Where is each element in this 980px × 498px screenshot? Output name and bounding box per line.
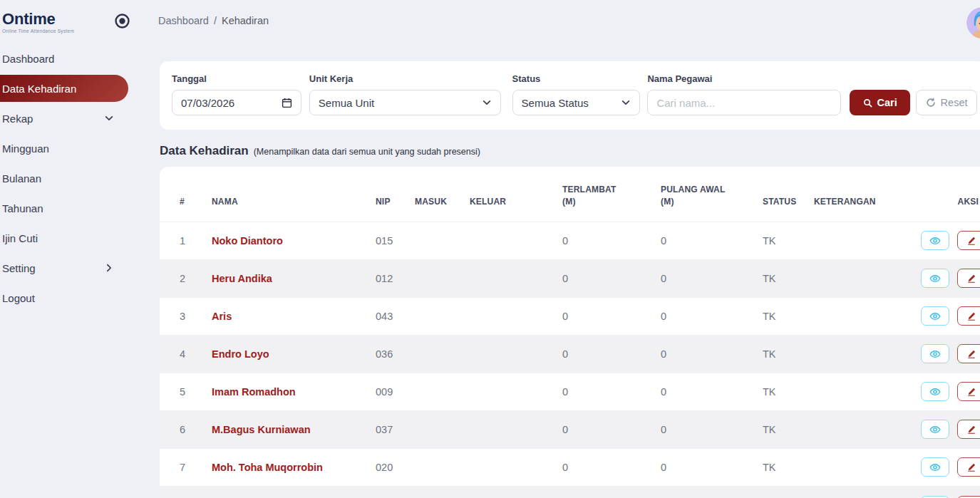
page-title: Data Kehadiran [160, 144, 249, 158]
col-nama: NAMA [212, 167, 376, 222]
edit-button[interactable] [957, 496, 980, 498]
avatar-image [966, 7, 980, 38]
row-nip: 012 [376, 259, 415, 297]
employee-name-link[interactable]: Heru Andika [212, 273, 272, 284]
view-button[interactable] [921, 344, 949, 363]
row-pulang-awal: 0 [661, 335, 763, 373]
unit-kerja-select[interactable]: Semua Unit [309, 90, 501, 115]
sidebar-item-mingguan[interactable]: Mingguan [0, 133, 158, 163]
row-pulang-awal: 0 [661, 373, 763, 410]
row-masuk [415, 259, 470, 297]
row-nip: 020 [376, 448, 415, 486]
row-status: TK [763, 486, 814, 498]
pencil-icon [966, 349, 976, 359]
view-button[interactable] [921, 306, 949, 326]
row-pulang-awal: 0 [661, 486, 763, 498]
sidebar-item-setting[interactable]: Setting [0, 253, 158, 283]
sidebar-item-tahunan[interactable]: Tahunan [0, 193, 158, 223]
employee-name-link[interactable]: Noko Diantoro [212, 235, 283, 247]
app-logo-name: Ontime [2, 10, 158, 28]
row-keterangan [814, 259, 921, 297]
col-keterangan: KETERANGAN [814, 167, 921, 222]
view-button[interactable] [921, 382, 949, 401]
row-terlambat: 0 [562, 486, 661, 498]
row-number: 5 [160, 373, 212, 410]
row-nip: 023 [376, 486, 415, 498]
filter-nama-pegawai: Nama Pegawai [647, 73, 841, 115]
view-button[interactable] [921, 457, 949, 477]
sidebar-item-rekap[interactable]: Rekap [0, 103, 158, 133]
edit-button[interactable] [957, 457, 980, 477]
breadcrumb-separator: / [214, 15, 217, 26]
nama-pegawai-input[interactable] [647, 90, 841, 115]
refresh-icon [926, 98, 936, 108]
row-masuk [415, 335, 470, 373]
edit-button[interactable] [957, 306, 980, 326]
edit-button[interactable] [957, 420, 980, 439]
row-keterangan [814, 222, 921, 259]
employee-name-link[interactable]: Aris [212, 311, 232, 322]
sidebar-item-logout[interactable]: Logout [0, 283, 158, 313]
page-subtitle: (Menampilkan data dari semua unit yang s… [254, 147, 480, 157]
user-avatar[interactable] [966, 7, 980, 38]
chevron-down-icon [482, 98, 492, 108]
view-button[interactable] [921, 269, 949, 288]
table-row: 3 Aris 043 0 0 TK [160, 297, 980, 335]
cari-button-label: Cari [877, 97, 897, 108]
sidebar-item-label: Bulanan [2, 172, 41, 185]
employee-name-link[interactable]: Imam Romadhon [212, 386, 296, 398]
employee-name-link[interactable]: M.Bagus Kurniawan [212, 424, 311, 435]
breadcrumb: Dashboard / Kehadiran [158, 15, 269, 26]
breadcrumb-dashboard[interactable]: Dashboard [158, 15, 209, 26]
tanggal-input[interactable]: 07/03/2026 [172, 90, 301, 115]
table-row: 1 Noko Diantoro 015 0 0 TK [160, 222, 980, 259]
row-status: TK [763, 410, 814, 448]
row-number: 7 [160, 448, 212, 486]
chevron-down-icon [104, 113, 114, 123]
row-nip: 043 [376, 297, 415, 335]
edit-button[interactable] [957, 344, 980, 363]
pencil-icon [966, 387, 976, 397]
edit-button[interactable] [957, 269, 980, 288]
row-keluar [470, 486, 562, 498]
status-select[interactable]: Semua Status [512, 90, 641, 115]
nama-pegawai-label: Nama Pegawai [647, 73, 841, 84]
employee-name-link[interactable]: Endro Loyo [212, 348, 269, 360]
employee-name-link[interactable]: Moh. Toha Muqorrobin [212, 462, 323, 473]
status-value: Semua Status [522, 97, 589, 109]
view-button[interactable] [921, 496, 949, 498]
sidebar-toggle-icon[interactable] [113, 13, 131, 31]
row-terlambat: 0 [562, 259, 661, 297]
calendar-icon[interactable] [282, 98, 292, 108]
sidebar-item-bulanan[interactable]: Bulanan [0, 163, 158, 193]
sidebar-item-dashboard[interactable]: Dashboard [0, 43, 158, 73]
table-header: # NAMA NIP MASUK KELUAR TERLAMBAT (M) PU… [160, 167, 980, 222]
sidebar-item-ijin-cuti[interactable]: Ijin Cuti [0, 223, 158, 253]
pencil-icon [966, 274, 976, 284]
view-button[interactable] [921, 231, 949, 250]
row-number: 2 [160, 259, 212, 297]
row-nip: 036 [376, 335, 415, 373]
sidebar-item-data-kehadiran[interactable]: Data Kehadiran [0, 75, 128, 102]
eye-icon [929, 424, 941, 435]
tanggal-value: 07/03/2026 [181, 97, 234, 109]
pencil-icon [966, 462, 976, 472]
cari-button[interactable]: Cari [850, 90, 910, 115]
col-terlambat: TERLAMBAT (M) [562, 167, 661, 222]
col-masuk: MASUK [415, 167, 470, 222]
table-row: 8 Muchamad Husnul Mubarak 023 0 0 TK [160, 486, 980, 498]
pencil-icon [966, 425, 976, 435]
view-button[interactable] [921, 420, 949, 439]
reset-button[interactable]: Reset [916, 90, 977, 115]
row-keluar [470, 222, 562, 259]
row-keterangan [814, 486, 921, 498]
col-nip: NIP [376, 167, 415, 222]
col-status: STATUS [763, 167, 814, 222]
row-keluar [470, 259, 562, 297]
row-nip: 015 [376, 222, 415, 259]
edit-button[interactable] [957, 231, 980, 250]
table-row: 2 Heru Andika 012 0 0 TK [160, 259, 980, 297]
table-row: 5 Imam Romadhon 009 0 0 TK [160, 373, 980, 410]
edit-button[interactable] [957, 382, 980, 401]
row-status: TK [763, 335, 814, 373]
